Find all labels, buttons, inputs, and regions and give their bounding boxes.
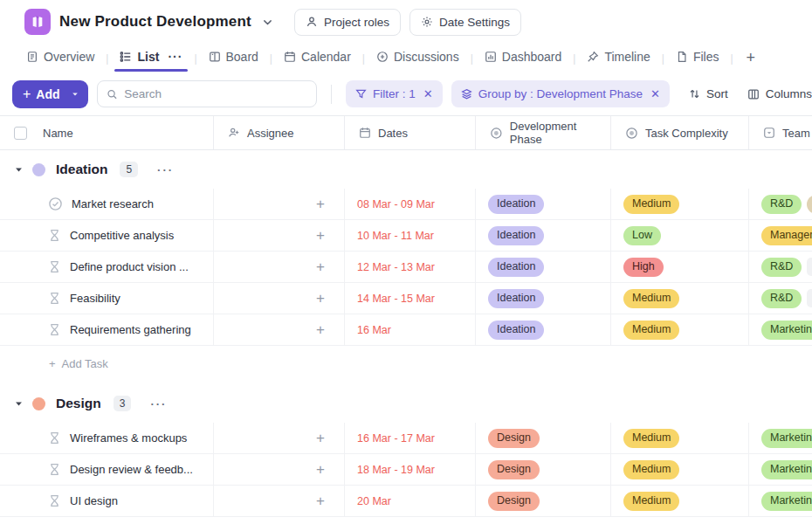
date-range[interactable]: 10 Mar - 11 Mar	[357, 230, 434, 242]
group-collapse-chevron-icon[interactable]	[14, 399, 24, 409]
group-count-badge: 3	[114, 396, 132, 411]
search-box[interactable]	[97, 80, 318, 107]
tag-pill[interactable]: Medium	[623, 195, 679, 214]
task-name[interactable]: Competitive analysis	[70, 229, 174, 242]
add-assignee-button[interactable]: +	[316, 431, 325, 445]
status-done-icon[interactable]	[48, 196, 63, 211]
date-range[interactable]: 08 Mar - 09 Mar	[357, 198, 435, 210]
tag-pill[interactable]: Sales	[807, 195, 812, 214]
tab-overview[interactable]: Overview	[24, 45, 96, 72]
tag-pill[interactable]: R&D	[761, 195, 802, 214]
tag-pill[interactable]: Marketing	[761, 429, 812, 448]
tag-pill[interactable]: Marketing	[761, 321, 812, 340]
task-name[interactable]: Feasibility	[70, 292, 120, 305]
add-caret-down-icon[interactable]	[71, 90, 79, 99]
add-view-button[interactable]: +	[743, 49, 760, 67]
search-input[interactable]	[124, 87, 307, 100]
add-assignee-button[interactable]: +	[316, 196, 325, 211]
title-chevron-down-icon[interactable]	[262, 17, 273, 28]
add-assignee-button[interactable]: +	[316, 493, 325, 508]
task-row[interactable]: Market research+08 Mar - 09 MarIdeationM…	[0, 189, 812, 220]
tag-pill[interactable]: Medium	[623, 429, 679, 448]
date-range[interactable]: 12 Mar - 13 Mar	[357, 261, 435, 273]
task-row[interactable]: Design review & feedb...+18 Mar - 19 Mar…	[0, 454, 812, 486]
status-pending-icon[interactable]	[48, 292, 61, 305]
add-assignee-button[interactable]: +	[316, 291, 325, 306]
date-range[interactable]: 18 Mar - 19 Mar	[357, 464, 435, 476]
tag-pill[interactable]: High	[623, 258, 664, 277]
group-by-remove-icon[interactable]: ✕	[650, 87, 660, 100]
filter-chip[interactable]: Filter : 1 ✕	[346, 80, 443, 107]
add-assignee-button[interactable]: +	[316, 259, 325, 274]
more-teams-badge[interactable]: +1	[807, 258, 812, 276]
tag-pill[interactable]: Low	[623, 226, 661, 245]
tag-pill[interactable]: Medium	[623, 289, 679, 308]
task-name[interactable]: Market research	[72, 197, 154, 210]
tag-pill[interactable]: Medium	[623, 492, 679, 511]
tab-list[interactable]: List ···	[118, 45, 184, 72]
sort-button[interactable]: Sort	[689, 87, 728, 100]
task-name[interactable]: Design review & feedb...	[70, 463, 193, 476]
tab-label: Files	[693, 50, 719, 64]
date-settings-button[interactable]: Date Settings	[409, 9, 521, 36]
select-all-checkbox[interactable]	[14, 127, 27, 140]
tag-pill[interactable]: Ideation	[488, 258, 544, 277]
task-name[interactable]: Requirements gathering	[70, 323, 191, 336]
tab-timeline[interactable]: Timeline	[585, 45, 651, 72]
tab-files[interactable]: Files	[674, 45, 721, 72]
task-row[interactable]: Define product vision ...+12 Mar - 13 Ma…	[0, 252, 812, 283]
date-range[interactable]: 14 Mar - 15 Mar	[357, 293, 435, 305]
tab-board[interactable]: Board	[207, 45, 260, 72]
tag-pill[interactable]: Ideation	[488, 195, 544, 214]
tag-pill[interactable]: Medium	[623, 460, 679, 479]
group-menu-icon[interactable]: ···	[150, 397, 167, 410]
tag-pill[interactable]: R&D	[761, 258, 802, 277]
task-row[interactable]: Competitive analysis+10 Mar - 11 MarIdea…	[0, 220, 812, 252]
tag-pill[interactable]: Design	[488, 460, 540, 479]
group-collapse-chevron-icon[interactable]	[14, 165, 24, 175]
tag-pill[interactable]: Management	[761, 226, 812, 245]
tab-dashboard[interactable]: Dashboard	[483, 45, 564, 72]
filter-remove-icon[interactable]: ✕	[423, 87, 433, 100]
date-range[interactable]: 20 Mar	[357, 495, 391, 507]
status-pending-icon[interactable]	[48, 431, 61, 445]
status-pending-icon[interactable]	[48, 323, 61, 336]
add-assignee-button[interactable]: +	[316, 322, 325, 337]
column-label: Assignee	[247, 127, 293, 140]
tag-pill[interactable]: R&D	[761, 289, 802, 308]
more-teams-badge[interactable]: +1	[807, 289, 812, 307]
tag-pill[interactable]: Marketing	[761, 492, 812, 511]
status-pending-icon[interactable]	[48, 463, 61, 476]
list-tab-menu-icon[interactable]: ···	[168, 50, 182, 64]
task-name[interactable]: Define product vision ...	[70, 260, 189, 273]
status-pending-icon[interactable]	[48, 494, 61, 507]
task-row[interactable]: Feasibility+14 Mar - 15 MarIdeationMediu…	[0, 283, 812, 314]
files-icon	[676, 51, 688, 63]
date-range[interactable]: 16 Mar	[357, 324, 391, 336]
tag-pill[interactable]: Ideation	[488, 321, 544, 340]
task-row[interactable]: UI design+20 MarDesignMediumMarketing	[0, 486, 812, 517]
group-by-chip[interactable]: Group by : Development Phase ✕	[451, 80, 670, 107]
add-task-button[interactable]: +Add Task	[0, 346, 812, 381]
tag-pill[interactable]: Design	[488, 429, 540, 448]
tag-pill[interactable]: Ideation	[488, 289, 544, 308]
add-assignee-button[interactable]: +	[316, 228, 325, 243]
status-pending-icon[interactable]	[48, 260, 61, 273]
tag-pill[interactable]: Design	[488, 492, 540, 511]
add-button[interactable]: + Add	[12, 80, 88, 108]
task-row[interactable]: Wireframes & mockups+16 Mar - 17 MarDesi…	[0, 423, 812, 454]
status-pending-icon[interactable]	[48, 229, 61, 242]
tag-pill[interactable]: Ideation	[488, 226, 544, 245]
date-range[interactable]: 16 Mar - 17 Mar	[357, 432, 435, 445]
columns-button[interactable]: Columns	[747, 87, 812, 100]
tag-pill[interactable]: Medium	[623, 321, 679, 340]
task-name[interactable]: UI design	[70, 494, 118, 507]
tag-pill[interactable]: Marketing	[761, 460, 812, 479]
task-name[interactable]: Wireframes & mockups	[70, 431, 187, 445]
tab-discussions[interactable]: Discussions	[375, 45, 461, 72]
project-roles-button[interactable]: Project roles	[294, 9, 401, 36]
task-row[interactable]: Requirements gathering+16 MarIdeationMed…	[0, 314, 812, 346]
tab-calendar[interactable]: Calendar	[282, 45, 353, 72]
add-assignee-button[interactable]: +	[316, 462, 325, 477]
group-menu-icon[interactable]: ···	[157, 163, 174, 176]
